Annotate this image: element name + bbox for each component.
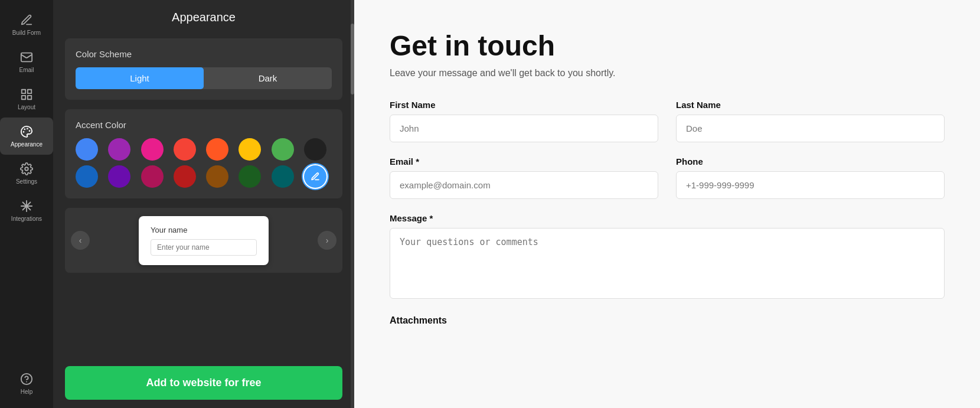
first-name-field: First Name [390, 100, 658, 142]
scrollbar[interactable] [351, 0, 354, 408]
form-title: Get in touch [390, 30, 945, 62]
color-yellow1[interactable] [239, 138, 261, 161]
asterisk-icon [19, 199, 34, 213]
color-red1[interactable] [174, 138, 196, 161]
svg-rect-0 [21, 53, 32, 62]
svg-rect-4 [28, 96, 31, 99]
add-to-website-button[interactable]: Add to website for free [65, 366, 342, 400]
svg-rect-3 [22, 96, 25, 99]
gear-icon [19, 162, 34, 176]
appearance-panel: Appearance Color Scheme Light Dark Accen… [53, 0, 354, 408]
email-field: Email * [390, 156, 658, 199]
color-custom[interactable] [304, 165, 326, 188]
scrollbar-thumb [351, 24, 354, 94]
color-pink2[interactable] [141, 165, 164, 188]
color-blue2[interactable] [76, 165, 98, 188]
sidebar-item-integrations-label: Integrations [11, 216, 42, 222]
preview-field-input[interactable] [151, 239, 257, 256]
last-name-label: Last Name [676, 100, 945, 110]
form-row-message: Message * [390, 213, 945, 301]
color-teal1[interactable] [272, 165, 294, 188]
color-black1[interactable] [304, 138, 326, 161]
svg-point-6 [30, 130, 30, 131]
light-mode-button[interactable]: Light [76, 67, 204, 89]
message-field: Message * [390, 213, 945, 301]
form-preview-section: ‹ Your name › [65, 208, 342, 273]
sidebar-item-build-form-label: Build Form [12, 30, 41, 36]
phone-field: Phone [676, 156, 945, 199]
phone-label: Phone [676, 156, 945, 167]
sidebar: Build Form Email Layout Appearance [0, 0, 53, 408]
email-label: Email * [390, 156, 658, 167]
message-textarea[interactable] [390, 228, 945, 299]
color-purple2[interactable] [108, 165, 130, 188]
accent-color-title: Accent Color [76, 120, 332, 130]
first-name-input[interactable] [390, 115, 658, 142]
color-red2[interactable] [174, 165, 196, 188]
sidebar-item-appearance-label: Appearance [11, 141, 43, 148]
form-row-contact: Email * Phone [390, 156, 945, 199]
form-preview-main: Get in touch Leave your message and we'l… [354, 0, 980, 408]
preview-field-label: Your name [151, 226, 257, 234]
last-name-input[interactable] [676, 115, 945, 142]
question-icon [19, 372, 34, 386]
preview-card: Your name [139, 216, 269, 265]
message-label: Message * [390, 213, 945, 223]
email-input[interactable] [390, 171, 658, 199]
sidebar-item-build-form[interactable]: Build Form [0, 6, 53, 43]
form-row-name: First Name Last Name [390, 100, 945, 142]
attachments-label: Attachments [390, 315, 945, 326]
svg-point-9 [25, 167, 28, 171]
first-name-label: First Name [390, 100, 658, 110]
preview-prev-button[interactable]: ‹ [71, 231, 90, 250]
svg-point-8 [24, 132, 24, 132]
color-green2[interactable] [239, 165, 261, 188]
color-brown1[interactable] [206, 165, 228, 188]
email-icon [19, 50, 34, 64]
pencil-icon [311, 172, 320, 181]
sidebar-item-settings[interactable]: Settings [0, 155, 53, 192]
color-green1[interactable] [272, 138, 294, 161]
svg-rect-2 [28, 90, 31, 93]
layout-icon [19, 87, 34, 102]
sidebar-item-settings-label: Settings [16, 178, 37, 185]
color-pink1[interactable] [141, 138, 164, 161]
sidebar-item-layout[interactable]: Layout [0, 80, 53, 117]
color-scheme-toggle: Light Dark [76, 67, 332, 89]
color-blue1[interactable] [76, 138, 98, 161]
sidebar-item-email-label: Email [19, 67, 34, 73]
dark-mode-button[interactable]: Dark [204, 67, 332, 89]
accent-color-section: Accent Color [65, 109, 342, 198]
color-purple1[interactable] [108, 138, 130, 161]
phone-input[interactable] [676, 171, 945, 199]
sidebar-item-email[interactable]: Email [0, 43, 53, 80]
sidebar-item-appearance[interactable]: Appearance [0, 117, 53, 155]
pencil-icon [19, 13, 34, 27]
svg-point-5 [27, 129, 28, 129]
sidebar-item-help-label: Help [21, 389, 33, 395]
last-name-field: Last Name [676, 100, 945, 142]
color-scheme-title: Color Scheme [76, 49, 332, 59]
color-orange1[interactable] [206, 138, 228, 161]
preview-next-button[interactable]: › [318, 231, 337, 250]
sidebar-item-layout-label: Layout [18, 104, 35, 110]
sidebar-item-integrations[interactable]: Integrations [0, 192, 53, 229]
color-scheme-section: Color Scheme Light Dark [65, 38, 342, 100]
sidebar-item-help[interactable]: Help [0, 365, 53, 402]
panel-title: Appearance [53, 0, 354, 32]
svg-rect-1 [22, 90, 25, 93]
panel-content: Color Scheme Light Dark Accent Color [53, 32, 354, 358]
svg-point-7 [24, 129, 25, 129]
color-grid [76, 138, 332, 188]
palette-icon [19, 125, 34, 139]
form-subtitle: Leave your message and we'll get back to… [390, 68, 945, 79]
